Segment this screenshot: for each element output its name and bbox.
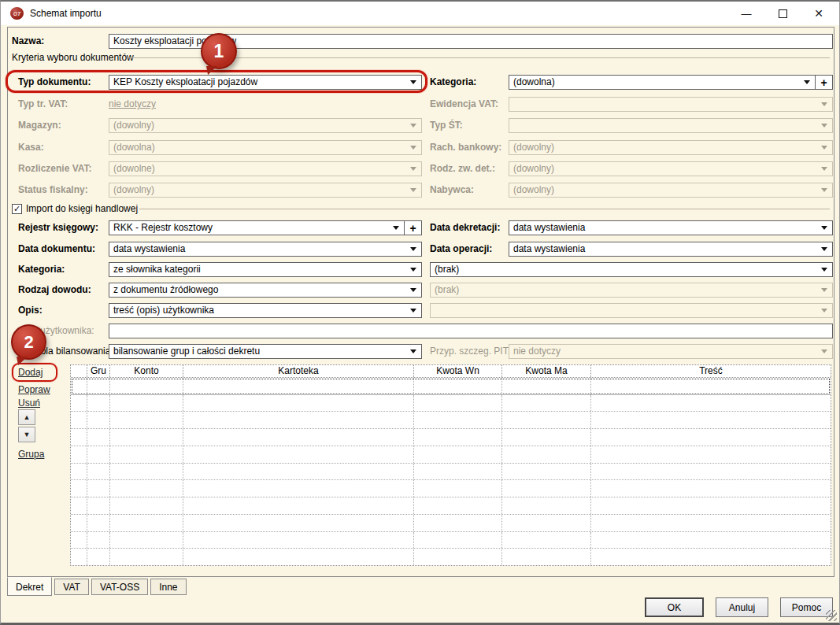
data-operacji-value: data wystawienia xyxy=(509,242,821,256)
pomoc-button[interactable]: Pomoc xyxy=(780,597,833,617)
rach-bankowy-label: Rach. bankowy: xyxy=(430,140,501,155)
table-row[interactable] xyxy=(71,532,831,549)
col-header-tresc: Treść xyxy=(591,365,831,377)
import-ksiega-checkbox[interactable]: ✓ xyxy=(12,204,22,214)
kategoria-add-button[interactable]: + xyxy=(815,76,832,89)
table-row[interactable] xyxy=(71,446,831,464)
magazyn-label: Magazyn: xyxy=(18,118,61,133)
step-2-badge: 2 xyxy=(11,324,46,360)
chevron-down-icon xyxy=(410,188,416,192)
minimize-icon: — xyxy=(742,8,752,20)
grupa-link[interactable]: Grupa xyxy=(18,449,44,460)
chevron-down-icon xyxy=(804,80,810,84)
status-fiskalny-combobox: (dowolny) xyxy=(109,183,422,198)
table-row[interactable] xyxy=(71,549,831,565)
kategoria-dok-label: Kategoria: xyxy=(430,75,476,90)
check-icon: ✓ xyxy=(13,204,20,213)
kategoria-dok-value: (dowolna) xyxy=(509,76,804,89)
table-row[interactable] xyxy=(71,429,831,446)
resize-grip[interactable] xyxy=(826,610,837,621)
rodzaj-dowodu-combobox[interactable]: z dokumentu źródłowego xyxy=(109,283,422,298)
popraw-link[interactable]: Popraw xyxy=(18,384,50,396)
tab-vat[interactable]: VAT xyxy=(54,579,89,595)
col-header-kwota-ma: Kwota Ma xyxy=(502,365,591,377)
table-row[interactable] xyxy=(71,412,831,429)
decree-table: Gru Konto Kartoteka Kwota Wn Kwota Ma Tr… xyxy=(70,364,831,566)
kategoria-ks-combobox[interactable]: ze słownika kategorii xyxy=(109,262,422,277)
step-1-number: 1 xyxy=(214,41,224,62)
bottom-tabstrip: Dekret VAT VAT-OSS Inne xyxy=(7,577,189,596)
maximize-icon xyxy=(779,9,787,18)
magazyn-combobox: (dowolny) xyxy=(109,118,422,133)
chevron-down-icon xyxy=(821,349,827,353)
opis-uzytkownika-input[interactable] xyxy=(109,324,833,338)
chevron-down-icon xyxy=(410,146,416,150)
ok-button[interactable]: OK xyxy=(645,597,704,617)
table-row[interactable] xyxy=(71,378,831,395)
kategoria-brak-combobox[interactable]: (brak) xyxy=(430,262,833,277)
status-fiskalny-label: Status fiskalny: xyxy=(18,183,88,198)
data-dokumentu-label: Data dokumentu: xyxy=(18,242,95,257)
chevron-down-icon xyxy=(821,124,827,128)
table-row[interactable] xyxy=(71,464,831,481)
kasa-label: Kasa: xyxy=(18,140,44,155)
tab-inne[interactable]: Inne xyxy=(150,579,186,595)
status-fiskalny-value: (dowolny) xyxy=(109,183,410,197)
close-icon: ✕ xyxy=(814,7,823,20)
step-2-number: 2 xyxy=(24,332,33,353)
table-row[interactable] xyxy=(71,480,831,497)
anuluj-button[interactable]: Anuluj xyxy=(716,597,768,617)
highlight-rect-typ-dokumentu xyxy=(6,70,427,93)
move-down-button[interactable]: ▼ xyxy=(18,427,35,442)
rodz-zw-det-value: (dowolny) xyxy=(509,162,821,176)
kryteria-section-label: Kryteria wyboru dokumentów xyxy=(12,50,134,65)
kasa-combobox: (dowolna) xyxy=(109,140,422,155)
ewidencja-vat-label: Ewidencja VAT: xyxy=(430,97,498,112)
col-header-empty xyxy=(71,365,87,377)
table-row[interactable] xyxy=(71,497,831,515)
opis-combobox[interactable]: treść (opis) użytkownika xyxy=(109,303,422,318)
chevron-down-icon xyxy=(821,146,827,150)
decree-table-body xyxy=(71,378,831,565)
chevron-down-icon xyxy=(393,226,399,230)
data-dokumentu-value: data wystawienia xyxy=(109,242,410,256)
close-button[interactable]: ✕ xyxy=(802,2,835,25)
data-dokumentu-combobox[interactable]: data wystawienia xyxy=(109,242,422,257)
typ-tr-vat-link[interactable]: nie dotyczy xyxy=(109,98,156,110)
chevron-down-icon xyxy=(821,226,827,230)
decree-table-header: Gru Konto Kartoteka Kwota Wn Kwota Ma Tr… xyxy=(71,365,831,378)
chevron-down-icon xyxy=(410,349,416,353)
chevron-down-icon xyxy=(821,188,827,192)
data-dekretacji-value: data wystawienia xyxy=(509,221,821,235)
tab-dekret[interactable]: Dekret xyxy=(7,577,52,596)
rozliczenie-vat-value: (dowolne) xyxy=(109,162,410,176)
usun-link[interactable]: Usuń xyxy=(18,398,40,409)
maximize-button[interactable] xyxy=(766,2,799,25)
import-ksiega-label: Import do księgi handlowej xyxy=(26,202,138,216)
chevron-down-icon xyxy=(410,309,416,312)
kontrola-bilansowania-combobox[interactable]: bilansowanie grup i całości dekretu xyxy=(109,344,422,359)
chevron-down-icon xyxy=(821,247,827,251)
move-up-button[interactable]: ▲ xyxy=(18,409,35,425)
rejestr-ksiegowy-combobox[interactable]: RKK - Rejestr kosztowy + xyxy=(109,220,422,235)
data-dekretacji-combobox[interactable]: data wystawienia xyxy=(509,220,833,235)
table-row[interactable] xyxy=(71,395,831,412)
nabywca-value: (dowolny) xyxy=(509,183,821,197)
rodzaj-brak-value: (brak) xyxy=(431,283,821,297)
table-row[interactable] xyxy=(71,515,831,532)
tab-vat-oss[interactable]: VAT-OSS xyxy=(91,579,148,595)
chevron-down-icon xyxy=(410,288,416,292)
rejestr-add-button[interactable]: + xyxy=(404,221,421,235)
kategoria-dok-combobox[interactable]: (dowolna) + xyxy=(509,75,833,90)
typ-st-combobox xyxy=(509,118,833,133)
data-operacji-combobox[interactable]: data wystawienia xyxy=(509,242,833,257)
col-header-konto: Konto xyxy=(110,365,183,377)
minimize-button[interactable]: — xyxy=(730,2,763,25)
nabywca-combobox: (dowolny) xyxy=(509,183,833,198)
rejestr-ksiegowy-label: Rejestr księgowy: xyxy=(18,220,98,235)
kasa-value: (dowolna) xyxy=(109,141,410,154)
kategoria-ks-value: ze słownika kategorii xyxy=(109,263,410,276)
data-dekretacji-label: Data dekretacji: xyxy=(430,220,500,235)
col-header-kartoteka: Kartoteka xyxy=(183,365,414,377)
import-separator xyxy=(139,209,830,209)
